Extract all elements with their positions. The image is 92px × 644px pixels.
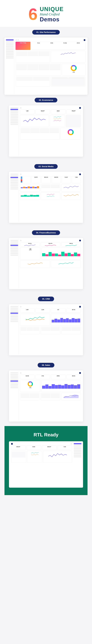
screenshot-crm: 2,487 2,254 437 $97.3k [9, 304, 83, 355]
demo-04: 04. Finance/Business $41.5k $24.37k $49.… [4, 227, 88, 294]
demo-label-04: 04. Finance/Business [32, 230, 60, 235]
screenshot-sales: $3,546 972k $950k $92.6k 74% [9, 370, 83, 422]
screenshot-social: 25,075 893,316 482,654 51,047 7,632 [9, 172, 83, 223]
demo-01: 01. Site Performance Users Today 72.1k 2… [0, 27, 92, 500]
rtl-section: RTL Ready $28,947 $3.82 $28,947 7,461 [4, 426, 88, 495]
demo-label-02: 02. Ecommerce [35, 98, 57, 102]
screenshot-rtl: $28,947 $3.82 $28,947 7,461 [9, 441, 83, 488]
hero-demos: Demos [40, 16, 64, 22]
demo-02: 02. Ecommerce 7,461Orders $28,947Revenue… [4, 95, 88, 161]
screenshot-site-performance: Users Today 72.1k 25.2k 7m 32s 25.2% 4.5… [4, 38, 88, 95]
screenshot-finance: $41.5k $24.37k $49.3k 7.8k2.4% [9, 238, 83, 289]
demo-label-06: 06. Sales [38, 363, 54, 368]
demo-label-03: 03. Social Media [34, 164, 58, 169]
demo-06: 06. Sales $3,546 972k $950k $92.6k 74% [4, 360, 88, 426]
screenshot-ecommerce: 7,461Orders $28,947Revenue $3.82Avg Orde… [9, 106, 83, 156]
hero-number: 6 [28, 6, 38, 22]
demo-03: 03. Social Media 25,075 893,316 482,654 … [4, 161, 88, 227]
hero-unique: UNIQUE [40, 6, 64, 12]
rtl-title: RTL Ready [9, 432, 83, 438]
demo-label-05: 05. CRM [38, 296, 54, 301]
demo-label-01: 01. Site Performance [32, 30, 60, 34]
demo-05: 05. CRM 2,487 2,254 437 $97.3k [4, 294, 88, 360]
hero-section: 6 UNIQUE Hand Crafted Demos [0, 0, 92, 27]
hero-handcrafted: Hand Crafted [40, 12, 64, 16]
